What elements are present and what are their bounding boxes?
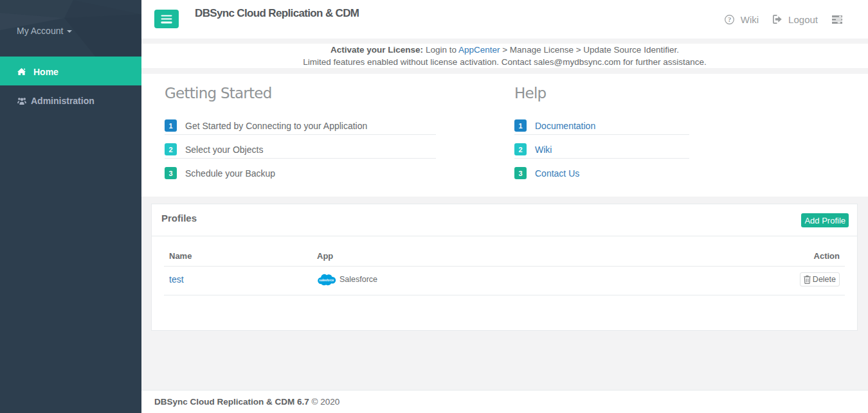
getting-started-title: Getting Started (165, 83, 436, 103)
sidebar-item-label: Administration (31, 96, 95, 106)
column-header-action: Action (736, 246, 845, 267)
footer: DBSync Cloud Replication & CDM 6.7 © 202… (141, 390, 868, 413)
topbar-links: ? Wiki Logout (725, 0, 842, 39)
svg-text:?: ? (728, 16, 731, 23)
chevron-down-icon (67, 30, 72, 33)
license-line-1: Activate your License: Login to AppCente… (141, 44, 868, 56)
wiki-label: Wiki (741, 14, 759, 25)
help-column: Help 1 Documentation 2 Wiki 3 Contact Us (514, 83, 689, 182)
name-cell: test (164, 267, 312, 295)
sidebar-item-home[interactable]: Home (0, 57, 141, 85)
profiles-table: Name App Action test (164, 246, 845, 295)
step-badge: 2 (514, 143, 527, 155)
footer-app-version: DBSync Cloud Replication & CDM 6.7 (154, 397, 309, 407)
profile-name-link[interactable]: test (169, 274, 184, 285)
profiles-panel-header: Profiles Add Profile (152, 204, 857, 236)
sidebar-nav: Home Administration (0, 57, 141, 114)
wiki-link[interactable]: ? Wiki (725, 14, 759, 25)
sidebar-header: My Account (0, 0, 141, 57)
users-icon (16, 97, 27, 105)
sidebar: My Account Home Administration (0, 0, 141, 413)
sign-out-icon (773, 15, 782, 24)
profiles-panel: Profiles Add Profile Name App Action tes… (151, 204, 858, 331)
appcenter-link[interactable]: AppCenter (458, 45, 500, 55)
footer-copyright: © 2020 (312, 397, 340, 407)
hamburger-icon (161, 15, 172, 23)
tasks-button[interactable] (832, 15, 842, 24)
my-account-dropdown[interactable]: My Account (17, 26, 72, 36)
table-row: test (164, 267, 845, 295)
contact-us-link[interactable]: Contact Us (535, 168, 579, 179)
app-cell: salesforce Salesforce (312, 267, 736, 295)
column-header-name: Name (164, 246, 312, 267)
my-account-label: My Account (17, 26, 63, 36)
step-badge: 3 (165, 167, 177, 179)
list-item: 2 Wiki (514, 135, 689, 159)
trash-icon (804, 276, 811, 284)
getting-started-column: Getting Started 1 Get Started by Connect… (165, 83, 436, 182)
tasks-icon (832, 15, 842, 24)
delete-button[interactable]: Delete (800, 272, 840, 286)
add-profile-button[interactable]: Add Profile (801, 213, 849, 227)
page-title: DBSync Cloud Replication & CDM (195, 7, 359, 20)
logout-link[interactable]: Logout (773, 14, 818, 25)
wiki-help-link[interactable]: Wiki (535, 145, 552, 155)
logout-label: Logout (788, 14, 818, 25)
app-name: Salesforce (339, 275, 377, 284)
home-icon (16, 68, 27, 76)
column-gap (436, 83, 514, 182)
list-item: 3 Contact Us (514, 159, 689, 182)
getting-started-columns: Getting Started 1 Get Started by Connect… (165, 83, 868, 182)
license-banner: Activate your License: Login to AppCente… (141, 44, 868, 68)
list-item: 1 Get Started by Connecting to your Appl… (165, 111, 436, 135)
step-badge: 1 (165, 119, 177, 132)
list-item: 1 Documentation (514, 111, 689, 135)
documentation-link[interactable]: Documentation (535, 121, 595, 131)
getting-started-section: Getting Started 1 Get Started by Connect… (141, 74, 868, 197)
license-bold: Activate your License: (330, 45, 423, 55)
step-badge: 2 (165, 143, 177, 155)
column-header-app: App (312, 246, 736, 267)
profiles-title: Profiles (161, 213, 197, 224)
sidebar-item-administration[interactable]: Administration (0, 85, 141, 114)
svg-text:salesforce: salesforce (319, 279, 334, 282)
question-circle-icon: ? (725, 15, 734, 24)
license-line-2: Limited features enabled without license… (141, 56, 868, 68)
help-title: Help (514, 83, 689, 103)
salesforce-logo: salesforce (317, 273, 336, 286)
sidebar-toggle-button[interactable] (154, 10, 179, 28)
getting-started-list: 1 Get Started by Connecting to your Appl… (165, 111, 436, 182)
topbar: DBSync Cloud Replication & CDM ? Wiki Lo… (141, 0, 868, 39)
list-item: 2 Select your Objects (165, 135, 436, 159)
main-area: DBSync Cloud Replication & CDM ? Wiki Lo… (141, 0, 868, 413)
step-badge: 1 (514, 119, 527, 132)
sidebar-item-label: Home (33, 67, 59, 77)
profiles-panel-body: Name App Action test (152, 236, 857, 295)
help-list: 1 Documentation 2 Wiki 3 Contact Us (514, 111, 689, 182)
list-item: 3 Schedule your Backup (165, 159, 436, 182)
step-badge: 3 (514, 167, 527, 179)
action-cell: Delete (736, 267, 845, 295)
